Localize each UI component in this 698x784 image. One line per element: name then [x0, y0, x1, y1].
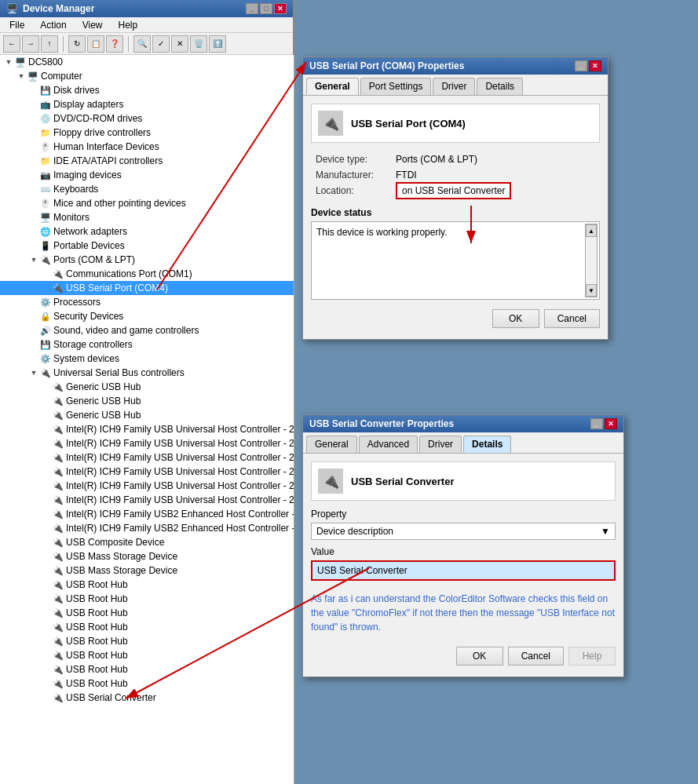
tree-item-10[interactable]: 🖥️Monitors: [0, 210, 294, 224]
dialog1-cancel[interactable]: Cancel: [544, 309, 600, 328]
tree-item-4[interactable]: 📁Floppy drive controllers: [0, 126, 294, 140]
menu-action[interactable]: Action: [34, 18, 72, 32]
dialog2-min[interactable]: _: [590, 418, 603, 429]
tree-item-43[interactable]: 🔌USB Root Hub: [0, 676, 294, 691]
minimize-btn[interactable]: _: [246, 3, 258, 14]
tree-item-36[interactable]: 🔌USB Root Hub: [0, 578, 294, 592]
toolbar-update[interactable]: ⬆️: [209, 35, 226, 53]
tree-item-18[interactable]: 🔊Sound, video and game controllers: [0, 323, 294, 337]
tree-label-0: Computer: [41, 71, 82, 82]
tree-item-17[interactable]: 🔒Security Devices: [0, 309, 294, 323]
tree-item-2[interactable]: 📺Display adapters: [0, 97, 294, 111]
tree-root[interactable]: ▼ 🖥️ DC5800: [0, 55, 294, 69]
tree-item-12[interactable]: 📱Portable Devices: [0, 239, 294, 253]
tab2-advanced[interactable]: Advanced: [359, 436, 418, 453]
tree-item-39[interactable]: 🔌USB Root Hub: [0, 620, 294, 634]
toolbar-disable[interactable]: ✕: [171, 35, 188, 53]
tree-item-28[interactable]: 🔌Intel(R) ICH9 Family USB Universal Host…: [0, 465, 294, 479]
tree-item-33[interactable]: 🔌USB Composite Device: [0, 535, 294, 549]
tree-item-6[interactable]: 📁IDE ATA/ATAPI controllers: [0, 154, 294, 168]
menu-file[interactable]: File: [3, 18, 31, 32]
restore-btn[interactable]: □: [260, 3, 272, 14]
tree-item-23[interactable]: 🔌Generic USB Hub: [0, 394, 294, 408]
tree-item-9[interactable]: 🖱️Mice and other pointing devices: [0, 196, 294, 210]
tree-item-34[interactable]: 🔌USB Mass Storage Device: [0, 549, 294, 563]
tree-item-27[interactable]: 🔌Intel(R) ICH9 Family USB Universal Host…: [0, 450, 294, 465]
toolbar-forward[interactable]: →: [22, 35, 39, 53]
menu-view[interactable]: View: [76, 18, 109, 32]
tree-label-33: USB Composite Device: [66, 537, 164, 548]
dialog1-min[interactable]: _: [575, 60, 587, 71]
tree-item-22[interactable]: 🔌Generic USB Hub: [0, 380, 294, 394]
tree-item-35[interactable]: 🔌USB Mass Storage Device: [0, 563, 294, 578]
tab2-general[interactable]: General: [306, 436, 357, 453]
tab2-driver[interactable]: Driver: [419, 436, 462, 453]
tree-item-38[interactable]: 🔌USB Root Hub: [0, 606, 294, 620]
toolbar-back[interactable]: ←: [3, 35, 20, 53]
property-dropdown[interactable]: Device description ▼: [311, 523, 616, 540]
tree-icon-40: 🔌: [52, 635, 64, 647]
tab-port-settings[interactable]: Port Settings: [360, 78, 432, 95]
scroll-up[interactable]: ▲: [586, 224, 597, 237]
tree-item-20[interactable]: ⚙️System devices: [0, 352, 294, 366]
tree-item-5[interactable]: 🖱️Human Interface Devices: [0, 140, 294, 154]
tree-label-34: USB Mass Storage Device: [66, 551, 177, 562]
toolbar-up[interactable]: ↑: [41, 35, 58, 53]
tree-item-30[interactable]: 🔌Intel(R) ICH9 Family USB Universal Host…: [0, 493, 294, 507]
tree-item-3[interactable]: 💿DVD/CD-ROM drives: [0, 111, 294, 126]
tree-icon-35: 🔌: [52, 564, 64, 577]
scroll-down[interactable]: ▼: [586, 284, 597, 297]
tree-item-42[interactable]: 🔌USB Root Hub: [0, 662, 294, 676]
toolbar-help[interactable]: ❓: [106, 35, 123, 53]
tab-details[interactable]: Details: [477, 78, 523, 95]
tree-item-40[interactable]: 🔌USB Root Hub: [0, 634, 294, 648]
tree-label-44: USB Serial Converter: [66, 692, 156, 703]
tree-item-16[interactable]: ⚙️Processors: [0, 295, 294, 309]
menu-help[interactable]: Help: [112, 18, 144, 32]
tab-driver[interactable]: Driver: [433, 78, 475, 95]
tree-item-32[interactable]: 🔌Intel(R) ICH9 Family USB2 Enhanced Host…: [0, 521, 294, 535]
toolbar-refresh[interactable]: ↻: [68, 35, 86, 53]
dialog1-ok[interactable]: OK: [492, 309, 539, 328]
tree-icon-41: 🔌: [52, 649, 64, 662]
dialog1-close[interactable]: ✕: [589, 60, 601, 71]
toolbar-enable[interactable]: ✓: [152, 35, 170, 53]
expand-btn-33: [41, 537, 52, 548]
tree-label-21: Universal Serial Bus controllers: [53, 367, 185, 378]
toolbar-properties[interactable]: 📋: [87, 35, 104, 53]
tree-label-4: Floppy drive controllers: [53, 127, 151, 138]
tree-item-21[interactable]: ▼🔌Universal Serial Bus controllers: [0, 366, 294, 380]
tree-item-0[interactable]: ▼🖥️Computer: [0, 69, 294, 83]
tree-item-14[interactable]: 🔌Communications Port (COM1): [0, 267, 294, 281]
location-label: Location:: [312, 184, 391, 198]
dialog2-ok[interactable]: OK: [456, 647, 503, 665]
tree-item-41[interactable]: 🔌USB Root Hub: [0, 648, 294, 662]
toolbar-scan[interactable]: 🔍: [133, 35, 151, 53]
tree-item-25[interactable]: 🔌Intel(R) ICH9 Family USB Universal Host…: [0, 422, 294, 436]
tree-item-31[interactable]: 🔌Intel(R) ICH9 Family USB2 Enhanced Host…: [0, 507, 294, 521]
tree-item-8[interactable]: ⌨️Keyboards: [0, 182, 294, 196]
tree-item-29[interactable]: 🔌Intel(R) ICH9 Family USB Universal Host…: [0, 479, 294, 493]
tree-item-13[interactable]: ▼🔌Ports (COM & LPT): [0, 253, 294, 267]
tree-item-26[interactable]: 🔌Intel(R) ICH9 Family USB Universal Host…: [0, 436, 294, 450]
tree-item-11[interactable]: 🌐Network adapters: [0, 224, 294, 239]
close-btn[interactable]: ✕: [274, 3, 287, 14]
tab2-details[interactable]: Details: [463, 436, 511, 453]
toolbar-uninstall[interactable]: 🗑️: [190, 35, 207, 53]
tree-icon-3: 💿: [39, 112, 52, 125]
tree-item-1[interactable]: 💾Disk drives: [0, 83, 294, 97]
tree-label-8: Keyboards: [53, 184, 98, 195]
tree-item-24[interactable]: 🔌Generic USB Hub: [0, 408, 294, 422]
expand-btn-22: [41, 381, 52, 392]
tab-general[interactable]: General: [306, 78, 359, 95]
status-scrollbar[interactable]: ▲ ▼: [585, 224, 598, 297]
dialog2-cancel[interactable]: Cancel: [508, 647, 564, 665]
tree-item-19[interactable]: 💾Storage controllers: [0, 337, 294, 352]
expand-btn-41: [41, 650, 52, 661]
property-value: Device description: [316, 526, 393, 537]
tree-item-15[interactable]: 🔌USB Serial Port (COM4): [0, 281, 294, 295]
tree-item-7[interactable]: 📷Imaging devices: [0, 168, 294, 182]
tree-item-44[interactable]: 🔌USB Serial Converter: [0, 691, 294, 705]
dialog2-close[interactable]: ✕: [605, 418, 617, 429]
tree-item-37[interactable]: 🔌USB Root Hub: [0, 592, 294, 606]
